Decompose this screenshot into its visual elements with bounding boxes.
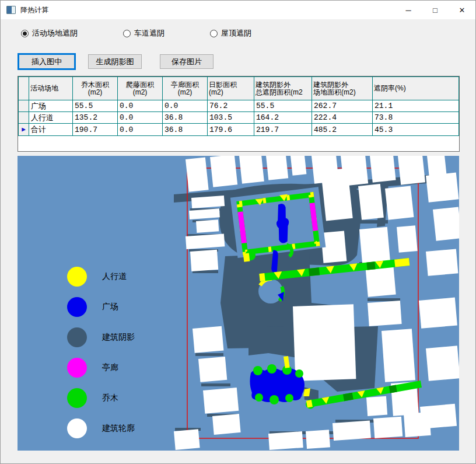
cell-site-name[interactable]: 广场 — [29, 100, 73, 112]
radio-label: 屋顶遮阴 — [221, 28, 251, 39]
cell-value[interactable]: 36.8 — [163, 112, 208, 124]
table-row-sidewalk[interactable]: 人行道 135.2 0.0 36.8 103.5 164.2 222.4 73.… — [19, 112, 459, 124]
col-header-tree-area: 乔木面积(m2) — [73, 77, 118, 100]
cell-value[interactable]: 76.2 — [208, 100, 254, 112]
cell-value[interactable]: 222.4 — [312, 112, 373, 124]
shadow-map-view: 人行道 广场 建筑阴影 亭廊 乔木 建筑轮廓 — [18, 156, 459, 451]
building-shadow-swatch-icon — [67, 327, 87, 347]
generate-shadow-map-button[interactable]: 生成阴影图 — [88, 54, 142, 69]
cell-value[interactable]: 219.7 — [254, 124, 312, 136]
cell-value[interactable]: 262.7 — [312, 100, 373, 112]
app-window: 降热计算 ─ □ ✕ 活动场地遮阴 车道遮阴 屋顶遮阴 插入图中 生成阴影图 保… — [0, 0, 476, 464]
plaza-swatch-icon — [67, 297, 87, 317]
cell-value[interactable]: 0.0 — [118, 100, 163, 112]
save-image-button[interactable]: 保存图片 — [160, 54, 214, 69]
radio-label: 车道遮阴 — [134, 28, 164, 39]
cell-value[interactable]: 135.2 — [73, 112, 118, 124]
col-header-sun-shadow-area: 日影面积(m2) — [208, 77, 254, 100]
title-bar: 降热计算 ─ □ ✕ — [1, 1, 475, 19]
cell-value[interactable]: 36.8 — [163, 124, 208, 136]
legend-label: 建筑轮廓 — [102, 423, 135, 434]
table-row-plaza[interactable]: 广场 55.5 0.0 0.0 76.2 55.5 262.7 21.1 — [19, 100, 459, 112]
radio-unselected-icon — [123, 30, 131, 37]
col-header-total-shade-outside: 建筑阴影外总遮阴面积(m2 — [254, 77, 312, 100]
shade-mode-group: 活动场地遮阴 车道遮阴 屋顶遮阴 — [21, 28, 251, 39]
cell-value[interactable]: 190.7 — [73, 124, 118, 136]
cell-value[interactable]: 0.0 — [118, 124, 163, 136]
radio-roof-shade[interactable]: 屋顶遮阴 — [210, 28, 251, 39]
pavilion-swatch-icon — [67, 358, 87, 378]
window-title: 降热计算 — [20, 5, 48, 15]
insert-into-drawing-button[interactable]: 插入图中 — [19, 54, 75, 69]
legend-item-building-outline: 建筑轮廓 — [67, 418, 135, 438]
legend-label: 乔木 — [102, 393, 118, 403]
shade-results-table: 活动场地 乔木面积(m2) 爬藤面积(m2) 亭廊面积(m2) 日影面积(m2)… — [18, 76, 459, 136]
close-button[interactable]: ✕ — [449, 1, 475, 19]
col-header-site-area-outside: 建筑阴影外场地面积(m2) — [312, 77, 373, 100]
col-header-shade-rate: 遮阴率(%) — [373, 77, 459, 100]
building-outline-swatch-icon — [67, 418, 87, 438]
current-row-marker[interactable]: ▶ — [19, 124, 29, 136]
radio-selected-icon — [21, 30, 29, 37]
table-row-total[interactable]: ▶ 合计 190.7 0.0 36.8 179.6 219.7 485.2 45… — [19, 124, 459, 136]
cell-value[interactable]: 0.0 — [118, 112, 163, 124]
cell-value[interactable]: 179.6 — [208, 124, 254, 136]
row-selector[interactable] — [19, 100, 29, 112]
legend-item-plaza: 广场 — [67, 297, 135, 317]
cell-value[interactable]: 73.8 — [373, 112, 459, 124]
sidewalk-swatch-icon — [67, 267, 87, 287]
legend-item-tree: 乔木 — [67, 388, 135, 408]
col-header-site: 活动场地 — [29, 77, 73, 100]
header-row: 活动场地 乔木面积(m2) 爬藤面积(m2) 亭廊面积(m2) 日影面积(m2)… — [19, 77, 459, 100]
legend-label: 亭廊 — [102, 362, 118, 373]
minimize-button[interactable]: ─ — [395, 1, 422, 19]
cell-value[interactable]: 21.1 — [373, 100, 459, 112]
col-header-pavilion-area: 亭廊面积(m2) — [163, 77, 208, 100]
legend-item-building-shadow: 建筑阴影 — [67, 327, 135, 347]
legend-label: 广场 — [102, 302, 118, 312]
radio-driveway-shade[interactable]: 车道遮阴 — [123, 28, 164, 39]
radio-unselected-icon — [210, 30, 218, 37]
legend-label: 建筑阴影 — [102, 332, 135, 343]
cell-value[interactable]: 164.2 — [254, 112, 312, 124]
results-grid-panel: 活动场地 乔木面积(m2) 爬藤面积(m2) 亭廊面积(m2) 日影面积(m2)… — [18, 76, 460, 152]
cell-value[interactable]: 103.5 — [208, 112, 254, 124]
row-selector[interactable] — [19, 112, 29, 124]
cell-site-name[interactable]: 合计 — [29, 124, 73, 136]
cell-value[interactable]: 0.0 — [163, 100, 208, 112]
cell-value[interactable]: 45.3 — [373, 124, 459, 136]
selector-header — [19, 77, 29, 100]
maximize-button[interactable]: □ — [422, 1, 449, 19]
cell-site-name[interactable]: 人行道 — [29, 112, 73, 124]
legend-item-pavilion: 亭廊 — [67, 358, 135, 378]
app-icon — [6, 6, 16, 14]
col-header-vine-area: 爬藤面积(m2) — [118, 77, 163, 100]
legend-label: 人行道 — [102, 271, 127, 282]
cell-value[interactable]: 485.2 — [312, 124, 373, 136]
tree-swatch-icon — [67, 388, 87, 408]
radio-label: 活动场地遮阴 — [32, 28, 78, 39]
radio-activity-site-shade[interactable]: 活动场地遮阴 — [21, 28, 78, 39]
window-controls: ─ □ ✕ — [395, 1, 475, 19]
map-legend: 人行道 广场 建筑阴影 亭廊 乔木 建筑轮廓 — [67, 267, 135, 449]
legend-item-sidewalk: 人行道 — [67, 267, 135, 287]
cell-value[interactable]: 55.5 — [254, 100, 312, 112]
cell-value[interactable]: 55.5 — [73, 100, 118, 112]
